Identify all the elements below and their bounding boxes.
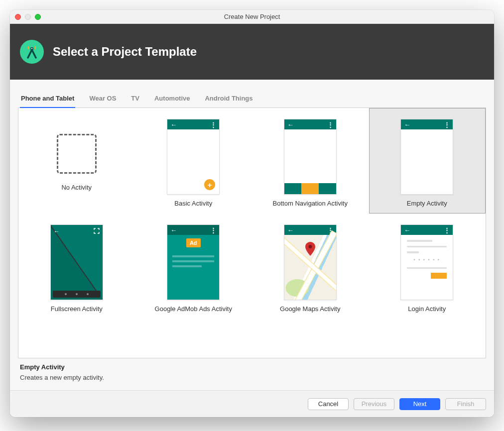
template-preview-icon: ←⋮ • • • • • • — [400, 224, 453, 300]
template-label: Google AdMob Ads Activity — [139, 305, 248, 313]
content-area: Phone and Tablet Wear OS TV Automotive A… — [10, 80, 494, 390]
template-bottom-navigation-activity[interactable]: ←⋮ Bottom Navigation Activity — [252, 108, 369, 214]
zoom-window-button[interactable] — [35, 14, 41, 20]
template-label: Basic Activity — [139, 200, 248, 207]
template-preview-icon: ← — [50, 224, 103, 300]
template-admob-activity[interactable]: ←⋮ Ad Google AdMob Ads Activity — [135, 214, 252, 319]
template-label: Login Activity — [373, 305, 482, 313]
selection-title: Empty Activity — [20, 363, 484, 371]
template-no-activity[interactable]: No Activity — [18, 108, 135, 214]
template-preview-icon: ←⋮ Ad — [167, 224, 220, 300]
back-arrow-icon: ← — [404, 227, 410, 233]
back-arrow-icon: ← — [54, 228, 60, 235]
overflow-menu-icon: ⋮ — [210, 121, 216, 128]
map-pin-icon — [305, 242, 315, 258]
fab-icon: + — [204, 179, 215, 190]
template-basic-activity[interactable]: ←⋮ + Basic Activity — [135, 108, 252, 214]
next-button[interactable]: Next — [399, 398, 440, 410]
template-label: Google Maps Activity — [256, 305, 365, 313]
close-window-button[interactable] — [15, 14, 21, 20]
template-login-activity[interactable]: ←⋮ • • • • • • Login Activity — [369, 214, 486, 319]
selection-description-text: Creates a new empty activity. — [20, 374, 484, 381]
back-arrow-icon: ← — [287, 227, 294, 233]
back-arrow-icon: ← — [404, 121, 410, 128]
fullscreen-icon — [94, 228, 100, 235]
template-preview-icon: ←⋮ — [284, 224, 337, 300]
template-preview-icon: ←⋮ — [400, 119, 453, 195]
previous-button[interactable]: Previous — [354, 398, 394, 410]
minimize-window-button[interactable] — [25, 14, 31, 20]
back-arrow-icon: ← — [170, 121, 177, 128]
overflow-menu-icon: ⋮ — [327, 121, 333, 128]
category-tabs: Phone and Tablet Wear OS TV Automotive A… — [18, 91, 486, 108]
svg-rect-2 — [28, 46, 29, 49]
template-empty-activity[interactable]: ←⋮ Empty Activity — [369, 108, 486, 214]
template-preview-icon — [54, 134, 99, 179]
tab-wear-os[interactable]: Wear OS — [88, 91, 117, 108]
template-preview-icon: ←⋮ — [284, 119, 337, 195]
template-preview-icon: ←⋮ + — [167, 119, 220, 195]
tab-automotive[interactable]: Automotive — [153, 91, 191, 108]
tab-android-things[interactable]: Android Things — [204, 91, 253, 108]
template-label: Fullscreen Activity — [22, 305, 131, 313]
banner: Select a Project Template — [10, 24, 494, 80]
window-controls — [15, 14, 41, 20]
back-arrow-icon: ← — [287, 121, 294, 128]
android-studio-logo-icon — [20, 40, 44, 64]
cancel-button[interactable]: Cancel — [308, 398, 349, 410]
finish-button[interactable]: Finish — [445, 398, 486, 410]
selection-description: Empty Activity Creates a new empty activ… — [18, 358, 486, 390]
template-label: Bottom Navigation Activity — [256, 200, 365, 207]
back-arrow-icon: ← — [170, 227, 177, 233]
tab-tv[interactable]: TV — [130, 91, 140, 108]
wizard-window: Create New Project Select a Project Temp… — [10, 10, 494, 417]
svg-point-4 — [308, 245, 312, 248]
tab-phone-and-tablet[interactable]: Phone and Tablet — [20, 91, 75, 108]
template-fullscreen-activity[interactable]: ← Fullscreen Activity — [18, 214, 135, 319]
template-label: No Activity — [22, 184, 131, 191]
overflow-menu-icon: ⋮ — [210, 227, 216, 233]
template-label: Empty Activity — [373, 200, 482, 207]
svg-rect-3 — [35, 46, 36, 49]
overflow-menu-icon: ⋮ — [444, 227, 450, 233]
ad-badge: Ad — [186, 238, 201, 247]
template-grid-container: No Activity ←⋮ + Basic Activity ←⋮ — [18, 108, 486, 358]
template-grid: No Activity ←⋮ + Basic Activity ←⋮ — [18, 108, 486, 319]
overflow-menu-icon: ⋮ — [444, 121, 450, 128]
titlebar: Create New Project — [10, 10, 494, 24]
wizard-footer: Cancel Previous Next Finish — [10, 390, 494, 417]
page-title: Select a Project Template — [53, 45, 197, 59]
window-title: Create New Project — [10, 13, 494, 20]
template-google-maps-activity[interactable]: ←⋮ Google Maps Activity — [252, 214, 369, 319]
